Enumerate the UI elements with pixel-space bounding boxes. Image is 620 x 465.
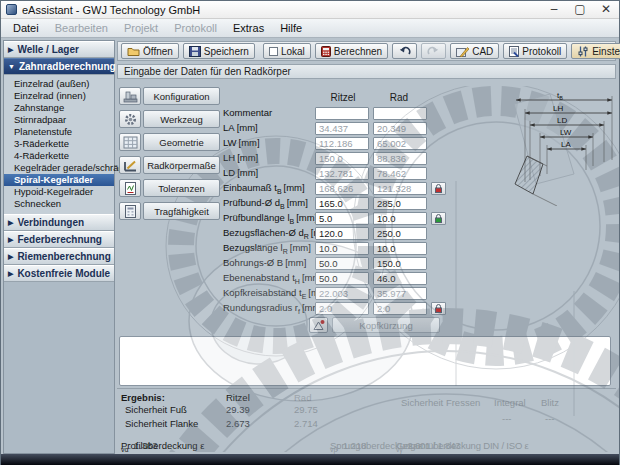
werkzeug-icon[interactable] [119,110,141,128]
ritzel-pruefbundlaenge-input[interactable] [315,212,369,225]
menu-datei[interactable]: Datei [5,22,47,34]
tragfaehigkeit-icon[interactable] [119,202,141,220]
sidebar-section-federberechnung[interactable]: ▶ Federberechnung [4,231,114,248]
toleranzen-icon[interactable] [119,179,141,197]
message-output-box [119,336,611,386]
ritzel-bezugslaenge-input[interactable] [315,242,369,255]
rad-bezugsflaechen-d-input[interactable] [373,227,427,240]
results-panel: Ergebnis: Ritzel Rad Sicherheit Fressen … [117,388,616,452]
rad-la-input[interactable] [373,122,427,135]
sidebar-item-3-raederkette[interactable]: 3-Räderkette [4,138,114,150]
results-blitz-header: Blitz [541,397,559,408]
rad-einbaumass-input[interactable] [373,182,427,195]
konfiguration-icon[interactable] [119,87,141,105]
sidebar-section-welle-lager[interactable]: ▶ Welle / Lager [4,41,114,58]
form-row-la: LA[mm] [223,121,446,136]
rad-lw-input[interactable] [373,137,427,150]
save-button[interactable]: Speichern [183,43,255,59]
sidebar-item-zahnstange[interactable]: Zahnstange [4,102,114,114]
ritzel-pruefbund-d-input[interactable] [315,197,369,210]
title-bar: eAssistant - GWJ Technology GmbH – ▢ ✕ [1,1,619,19]
berechnen-button[interactable]: Berechnen [315,43,388,59]
form-row-pruefbund-d: Prüfbund-Ø dB[mm] [223,196,446,211]
sprung-overlap: Sprungüberdeckung εvβ: 1.218 [330,440,338,453]
ritzel-bohrungs-d-input[interactable] [315,257,369,270]
ritzel-lh-input[interactable] [315,152,369,165]
geometrie-icon[interactable] [119,133,141,151]
einstellungen-button[interactable]: Einstellungen [571,43,620,59]
radkoerpermasse-icon[interactable] [119,156,141,174]
menu-protokoll[interactable]: Protokoll [166,22,225,34]
ritzel-bezugsflaechen-d-input[interactable] [315,227,369,240]
ritzel-einbaumass-input[interactable] [315,182,369,195]
chevron-right-icon: ▶ [8,236,13,244]
sidebar-section-verbindungen[interactable]: ▶ Verbindungen [4,214,114,231]
rad-kopfkreisabstand-input[interactable] [373,287,427,300]
protokoll-button[interactable]: Protokoll [503,43,567,59]
open-button[interactable]: Öffnen [121,43,179,59]
ritzel-la-input[interactable] [315,122,369,135]
menu-hilfe[interactable]: Hilfe [272,22,310,34]
sidebar-item-einzelrad-innen[interactable]: Einzelrad (innen) [4,90,114,102]
werkzeug-button[interactable]: Werkzeug [143,110,220,128]
sidebar-item-planetenstufe[interactable]: Planetenstufe [4,126,114,138]
toleranzen-button[interactable]: Toleranzen [143,179,220,197]
sidebar-section-kostenfreie-module[interactable]: ▶ Kostenfreie Module [4,265,114,282]
result-integral-value: --- [502,413,512,424]
rad-rundungsradius-input[interactable] [373,302,427,315]
rad-bezugslaenge-input[interactable] [373,242,427,255]
minimize-button[interactable]: – [541,1,567,19]
sidebar-section-riemenberechnung[interactable]: ▶ Riemenberechnung [4,248,114,265]
form-row-kopfkreisabstand: Kopfkreisabstand tE[mm] [223,286,446,301]
menu-projekt[interactable]: Projekt [116,22,166,34]
ritzel-kopfkreisabstand-input[interactable] [315,287,369,300]
sidebar-item-4-raederkette[interactable]: 4-Räderkette [4,150,114,162]
rad-bohrungs-d-input[interactable] [373,257,427,270]
result-label: Sicherheit Flanke [125,418,198,429]
lock-icon[interactable] [431,302,446,315]
redo-button[interactable] [421,43,446,59]
rad-pruefbundlaenge-input[interactable] [373,212,427,225]
ritzel-ebenenabstand-input[interactable] [315,272,369,285]
rad-pruefbund-d-input[interactable] [373,197,427,210]
unlock-icon[interactable] [431,212,446,225]
menu-bearbeiten[interactable]: Bearbeiten [47,22,116,34]
sidebar-section-zahnradberechnung[interactable]: ▼ Zahnradberechnung [4,58,114,75]
close-button[interactable]: ✕ [593,1,619,19]
svg-text:tB: tB [557,91,563,101]
geometrie-button[interactable]: Geometrie [143,133,220,151]
svg-text:LD: LD [557,116,567,125]
kopfkuerzung-button[interactable]: Kopfkürzung [332,317,440,333]
form-row-ld: LD[mm] [223,166,446,181]
checkbox-icon[interactable] [269,47,278,56]
radkoerpermasse-button[interactable]: Radkörpermaße [143,156,220,174]
calculator-icon [321,46,331,57]
sidebar-item-kegelraeder[interactable]: Kegelräder gerade/schräg [4,162,114,174]
gear-edit-icon[interactable] [309,317,328,333]
konfiguration-button[interactable]: Konfiguration [143,87,220,105]
rad-ebenenabstand-input[interactable] [373,272,427,285]
results-integral-header: Integral [494,397,526,408]
ritzel-rundungsradius-input[interactable] [315,302,369,315]
rad-kommentar-input[interactable] [373,107,427,120]
sidebar-item-hypoid-kegelraeder[interactable]: Hypoid-Kegelräder [4,186,114,198]
rad-lh-input[interactable] [373,152,427,165]
undo-button[interactable] [392,43,417,59]
lock-icon[interactable] [431,182,446,195]
sidebar-item-stirnradpaar[interactable]: Stirnradpaar [4,114,114,126]
ritzel-lw-input[interactable] [315,137,369,150]
sidebar-item-schnecken[interactable]: Schnecken [4,198,114,210]
sidebar-item-spiral-kegelraeder[interactable]: Spiral-Kegelräder [4,174,114,186]
tragfaehigkeit-button[interactable]: Tragfähigkeit [143,202,220,220]
result-blitz-value: --- [545,413,555,424]
result-value: 2.673 [226,418,250,429]
ritzel-ld-input[interactable] [315,167,369,180]
cad-button[interactable]: CAD [450,43,499,59]
app-window: eAssistant - GWJ Technology GmbH – ▢ ✕ D… [0,0,620,465]
maximize-button[interactable]: ▢ [567,1,593,19]
ritzel-kommentar-input[interactable] [315,107,369,120]
sidebar-item-einzelrad-aussen[interactable]: Einzelrad (außen) [4,78,114,90]
lokal-checkbox[interactable]: Lokal [263,43,311,59]
menu-extras[interactable]: Extras [225,22,272,34]
rad-ld-input[interactable] [373,167,427,180]
